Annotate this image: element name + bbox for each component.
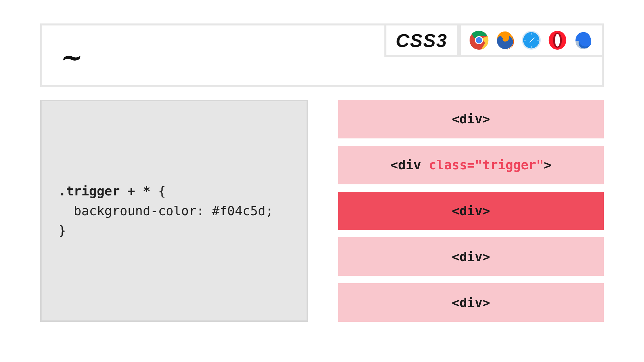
demo-block-label: <div> [452,203,490,218]
code-brace-open: { [151,184,166,198]
code-selector: .trigger + * [58,184,151,198]
main-content: .trigger + * { background-color: #f04c5d… [40,100,604,322]
demo-block: <div> [338,283,604,322]
demo-block-label: <div> [452,295,490,310]
header-badges: CSS3 [384,23,604,57]
demo-block-label: <div> [452,112,490,126]
browser-support-badge [459,23,604,57]
svg-point-2 [476,37,482,44]
safari-icon [521,30,541,50]
header-bar: ~ CSS3 [40,23,604,87]
svg-point-14 [555,34,560,47]
demo-block-attr: class="trigger" [429,158,544,172]
opera-icon [547,30,568,50]
demo-block: <div> [338,237,604,276]
css-version-badge: CSS3 [384,23,459,57]
code-rule: background-color: #f04c5d; [58,203,273,218]
demo-block-label: <div class="trigger"> [390,158,551,172]
demo-block: <div> [338,192,604,230]
demo-panel: <div> <div class="trigger"> <div> <div> … [338,100,604,322]
demo-block-label: <div> [452,249,490,264]
code-brace-close: } [58,223,66,238]
demo-block: <div> [338,100,604,138]
css-code: .trigger + * { background-color: #f04c5d… [58,181,273,241]
edge-icon [574,30,594,50]
chrome-icon [469,30,489,50]
code-panel: .trigger + * { background-color: #f04c5d… [40,100,308,322]
firefox-icon [495,30,515,50]
selector-symbol: ~ [60,43,78,71]
demo-block: <div class="trigger"> [338,146,604,184]
